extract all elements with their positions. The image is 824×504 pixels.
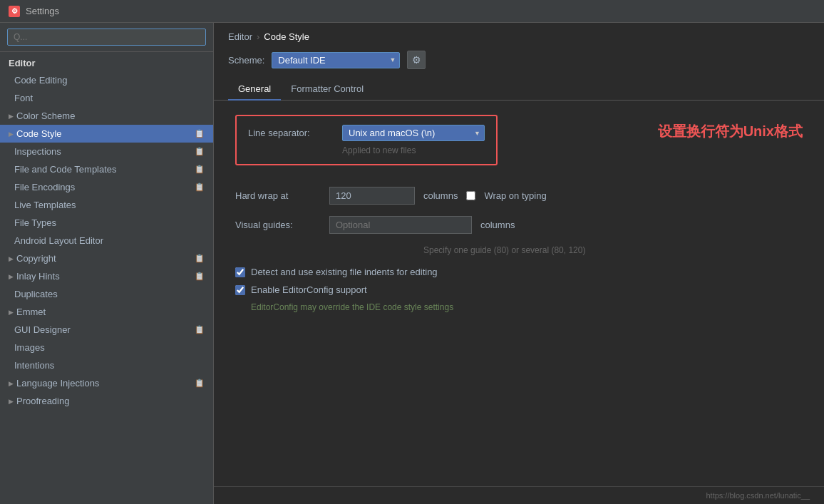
expand-arrow-icon: ▶ [9,273,14,280]
title-bar: ⚙ Settings [0,0,824,23]
sidebar-item-label: Inspections [14,146,195,157]
content-area: Editor › Code Style Scheme: Default IDE … [214,23,824,504]
line-separator-hint: Applied to new files [248,145,485,155]
scheme-select-wrapper: Default IDE [272,52,400,68]
main-layout: Editor Code EditingFont▶Color Scheme▶Cod… [0,23,824,504]
wrap-on-typing-checkbox[interactable] [466,191,475,200]
footer-url: https://blog.csdn.net/lunatic__ [214,486,824,504]
scheme-select[interactable]: Default IDE [272,52,400,68]
sidebar-item-label: Duplicates [14,289,205,299]
detect-indents-row: Detect and use existing file indents for… [235,267,803,277]
sidebar-item-label: Inlay Hints [16,271,195,282]
sidebar: Editor Code EditingFont▶Color Scheme▶Cod… [0,23,214,504]
scheme-label: Scheme: [228,55,264,66]
line-separator-label: Line separator: [248,128,334,138]
sidebar-item-file-types[interactable]: File Types [0,214,213,232]
line-separator-select[interactable]: Unix and macOS (\n) Windows (\r\n) Class… [342,125,485,141]
tab-formatter-control[interactable]: Formatter Control [281,78,374,100]
sidebar-search-container [0,23,213,52]
line-separator-section: Line separator: Unix and macOS (\n) Wind… [235,115,498,165]
hard-wrap-columns-label: columns [423,190,458,201]
sidebar-item-label: Android Layout Editor [14,235,205,246]
sidebar-section-editor: Editor [0,52,213,71]
sidebar-item-label: Color Scheme [16,110,205,121]
chinese-annotation: 设置换行符为Unix格式 [658,122,803,141]
sidebar-item-inlay-hints[interactable]: ▶Inlay Hints📋 [0,267,213,285]
sidebar-item-proofreading[interactable]: ▶Proofreading [0,392,213,410]
breadcrumb-separator: › [257,31,259,42]
sidebar-item-images[interactable]: Images [0,339,213,356]
sidebar-item-label: Proofreading [16,396,205,406]
editorconfig-row: Enable EditorConfig support [235,284,803,295]
editorconfig-checkbox[interactable] [235,285,245,295]
sidebar-item-label: File Encodings [14,182,195,192]
settings-content: 设置换行符为Unix格式 Line separator: Unix and ma… [214,101,824,486]
sidebar-item-label: Live Templates [14,200,205,210]
copy-icon: 📋 [195,254,205,263]
sidebar-item-label: Copyright [16,253,195,264]
expand-arrow-icon: ▶ [9,398,14,405]
sidebar-item-label: Intentions [14,360,205,371]
breadcrumb-parent: Editor [228,31,252,42]
copy-icon: 📋 [195,379,205,388]
search-input[interactable] [7,29,206,46]
sidebar-item-label: Emmet [16,307,205,317]
visual-guides-label: Visual guides: [235,220,321,230]
copy-icon: 📋 [195,147,205,156]
visual-guides-columns-label: columns [480,220,515,230]
sidebar-item-duplicates[interactable]: Duplicates [0,285,213,303]
tabs-row: General Formatter Control [214,78,824,101]
hard-wrap-label: Hard wrap at [235,190,321,201]
copy-icon: 📋 [195,272,205,281]
line-separator-row: Line separator: Unix and macOS (\n) Wind… [248,125,485,141]
sidebar-item-copyright[interactable]: ▶Copyright📋 [0,250,213,267]
sidebar-item-label: Language Injections [16,378,195,389]
copy-icon: 📋 [195,129,205,138]
sidebar-item-language-injections[interactable]: ▶Language Injections📋 [0,374,213,392]
wrap-on-typing-label: Wrap on typing [484,190,546,201]
hard-wrap-row: Hard wrap at columns Wrap on typing [235,187,803,205]
sidebar-item-file-encodings[interactable]: File Encodings📋 [0,178,213,196]
sidebar-item-label: Images [14,342,205,353]
visual-guides-input[interactable] [329,216,472,234]
sidebar-item-label: Font [14,93,205,103]
sidebar-item-file-code-templates[interactable]: File and Code Templates📋 [0,160,213,178]
detect-indents-checkbox[interactable] [235,267,245,277]
sidebar-item-emmet[interactable]: ▶Emmet [0,303,213,321]
expand-arrow-icon: ▶ [9,380,14,387]
copy-icon: 📋 [195,325,205,334]
sidebar-item-intentions[interactable]: Intentions [0,356,213,374]
expand-arrow-icon: ▶ [9,309,14,316]
line-separator-dropdown-wrapper: Unix and macOS (\n) Windows (\r\n) Class… [342,125,485,141]
sidebar-item-code-editing[interactable]: Code Editing [0,71,213,89]
copy-icon: 📋 [195,182,205,192]
copy-icon: 📋 [195,165,205,174]
sidebar-item-inspections[interactable]: Inspections📋 [0,143,213,160]
expand-arrow-icon: ▶ [9,130,14,138]
hard-wrap-input[interactable] [329,187,415,205]
sidebar-item-color-scheme[interactable]: ▶Color Scheme [0,107,213,125]
sidebar-item-code-style[interactable]: ▶Code Style📋 [0,125,213,143]
scheme-row: Scheme: Default IDE ⚙ [214,48,824,78]
tab-general[interactable]: General [228,78,281,100]
editorconfig-hint: EditorConfig may override the IDE code s… [235,302,803,312]
sidebar-item-live-templates[interactable]: Live Templates [0,196,213,214]
sidebar-item-android-layout-editor[interactable]: Android Layout Editor [0,232,213,250]
expand-arrow-icon: ▶ [9,113,14,120]
sidebar-item-font[interactable]: Font [0,89,213,107]
expand-arrow-icon: ▶ [9,255,14,262]
sidebar-item-label: GUI Designer [14,324,195,335]
sidebar-items-list: Code EditingFont▶Color Scheme▶Code Style… [0,71,213,410]
breadcrumb-current: Code Style [264,31,309,42]
app-icon: ⚙ [9,6,20,17]
visual-guides-row: Visual guides: columns [235,216,803,234]
sidebar-item-label: File Types [14,217,205,228]
sidebar-item-label: Code Editing [14,75,205,86]
editorconfig-label: Enable EditorConfig support [251,284,367,295]
sidebar-item-gui-designer[interactable]: GUI Designer📋 [0,321,213,339]
visual-guides-hint: Specify one guide (80) or several (80, 1… [329,245,803,255]
title-bar-text: Settings [26,6,59,16]
sidebar-item-label: File and Code Templates [14,164,195,175]
gear-button[interactable]: ⚙ [407,51,426,69]
detect-indents-label: Detect and use existing file indents for… [251,267,438,277]
